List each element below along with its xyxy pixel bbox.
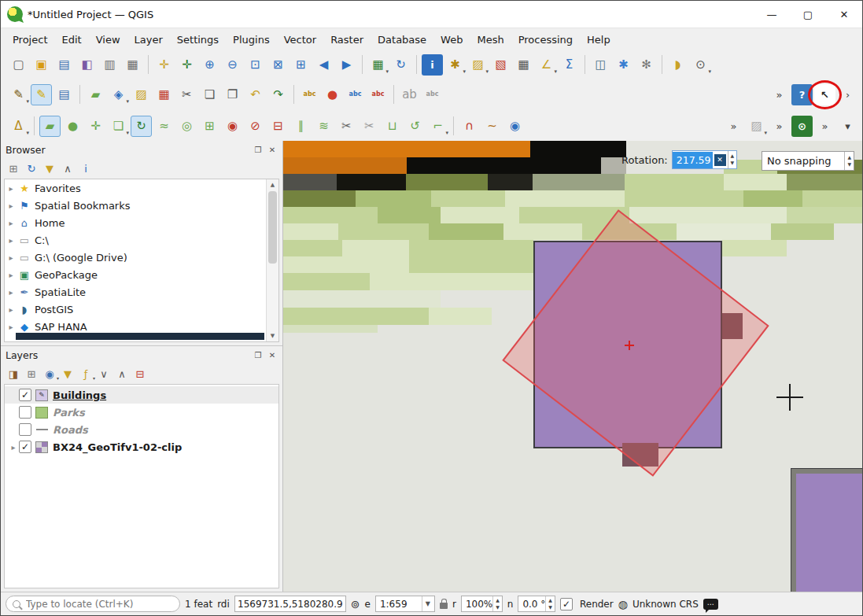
layer-diagram-button[interactable]: ● [322, 84, 343, 105]
add-ring-button[interactable]: ◎ [176, 116, 197, 137]
add-polygon-feature-button[interactable]: ▰ [85, 84, 106, 105]
move-label-button[interactable]: ab [399, 84, 420, 105]
copy-features-button[interactable]: ❏ [199, 84, 220, 105]
offset-curve-button[interactable]: ∥ [290, 116, 312, 137]
digitize-circle-button[interactable]: ● [62, 116, 83, 137]
zoom-out-button[interactable]: ⊖ [222, 54, 243, 76]
layer-labeling-button[interactable]: abc [299, 84, 320, 105]
menu-item-vector[interactable]: Vector [277, 30, 323, 50]
statistical-summary-button[interactable]: Σ [559, 54, 580, 76]
rotation-spinbox[interactable]: 0.0 ° ▲▼ [518, 596, 555, 612]
layer-item-roads[interactable]: Roads [5, 421, 278, 438]
paste-features-button[interactable]: ❐ [222, 84, 243, 105]
snapping-combo[interactable]: No snapping ▲▼ [762, 151, 854, 171]
open-layer-styling-button[interactable]: ◨ [6, 366, 21, 382]
deselect-features-button[interactable]: ▧ [490, 54, 511, 76]
open-project-button[interactable]: ▣ [31, 54, 52, 76]
change-label-button[interactable]: abc [422, 84, 443, 105]
collapse-all-layers-button[interactable]: ∧ [114, 366, 130, 382]
select-rectangle-button[interactable]: ▨▾ [467, 54, 489, 76]
refresh-browser-button[interactable]: ↻ [24, 160, 39, 176]
help-button[interactable]: ? [791, 84, 813, 105]
style-manager-button[interactable]: ◧ [76, 54, 98, 76]
pin-labels-button[interactable]: abc [345, 84, 366, 105]
remove-layer-button[interactable]: ⊟ [132, 366, 148, 382]
measure-button[interactable]: ∠▾ [536, 54, 557, 76]
snapping-spinner[interactable]: ▲▼ [844, 152, 854, 170]
rotation-input[interactable]: 217.59 ✕ ▲▼ [672, 150, 737, 169]
move-feature-button[interactable]: ✛ [85, 116, 106, 137]
zoom-next-button[interactable]: ▶ [336, 54, 357, 76]
browser-scrollbar[interactable]: ▲ ▼ [266, 179, 278, 341]
minimize-button[interactable]: — [754, 1, 790, 28]
menu-item-mesh[interactable]: Mesh [470, 30, 511, 50]
expand-arrow-icon[interactable]: ▸ [5, 201, 17, 210]
rotation-spinner[interactable]: ▲▼ [728, 151, 737, 168]
browser-item-geopackage[interactable]: ▸▣GeoPackage [5, 266, 278, 283]
expand-all-layers-button[interactable]: ∨ [96, 366, 112, 382]
magnifier-spinbox[interactable]: 100% ▲▼ [461, 596, 503, 612]
expand-arrow-icon[interactable]: ▸ [5, 323, 17, 331]
browser-item-favorites[interactable]: ▸★Favorites [5, 179, 278, 197]
current-edits-button[interactable]: ✎▾ [8, 84, 29, 105]
merge-features-button[interactable]: ⊔ [382, 116, 403, 137]
chevron-down-icon[interactable]: ▼ [422, 596, 430, 611]
save-project-button[interactable]: ▤ [53, 54, 75, 76]
magnifier-spinner[interactable]: ▲▼ [492, 596, 502, 611]
expand-arrow-icon[interactable]: ▸ [5, 236, 17, 245]
browser-item-spatial-bookmarks[interactable]: ▸⚑Spatial Bookmarks [5, 197, 278, 214]
rotation-value[interactable]: 217.59 [673, 152, 713, 168]
layer-visibility-checkbox[interactable]: ✓ [19, 441, 31, 453]
layer-item-buildings[interactable]: ✓✎Buildings [5, 386, 278, 404]
new-project-button[interactable]: ▢ [8, 54, 29, 76]
digitize-segment-button[interactable]: ▰ [39, 116, 61, 137]
menu-item-web[interactable]: Web [433, 30, 470, 50]
tracing-button[interactable]: ~ [481, 116, 503, 137]
manage-map-themes-button[interactable]: ◉▾ [42, 366, 57, 382]
zoom-last-button[interactable]: ◀ [313, 54, 334, 76]
filter-legend-button[interactable]: ▼ [60, 366, 76, 382]
cut-features-button[interactable]: ✂ [176, 84, 197, 105]
osm-search-button[interactable]: ⊙ [791, 116, 813, 137]
save-layer-edits-button[interactable]: ▤ [53, 84, 75, 105]
split-features-button[interactable]: ✂ [336, 116, 357, 137]
add-selected-layers-button[interactable]: ⊞ [6, 160, 21, 176]
expand-arrow-icon[interactable]: ▸ [5, 219, 17, 227]
map-tips-button[interactable]: ◗ [667, 54, 688, 76]
run-feature-action-button[interactable]: ✱▾ [444, 54, 466, 76]
trim-extend-button[interactable]: ⌐▾ [427, 116, 448, 137]
add-part-button[interactable]: ⊞ [199, 116, 220, 137]
split-parts-button[interactable]: ✂ [359, 116, 380, 137]
extents-toggle-icon[interactable]: ⊚ [351, 599, 360, 610]
layers-close-button[interactable]: ✕ [267, 349, 278, 360]
highlight-labels-button[interactable]: abc [367, 84, 389, 105]
crs-icon[interactable]: ◍ [618, 599, 628, 610]
more-tools-button[interactable]: › [837, 84, 858, 105]
browser-item-c[interactable]: ▸▭C:\ [5, 231, 278, 249]
close-button[interactable]: ✕ [826, 1, 862, 28]
expand-arrow-icon[interactable]: ▸ [8, 443, 19, 452]
expand-arrow-icon[interactable]: ▸ [5, 305, 17, 314]
layer-item-bx24-geotifv1-02-clip[interactable]: ▸✓BX24_GeoTifv1-02-clip [5, 438, 278, 456]
menu-item-edit[interactable]: Edit [54, 30, 88, 50]
snapping-button[interactable]: ∩ [459, 116, 480, 137]
simplify-feature-button[interactable]: ≈ [153, 116, 175, 137]
expand-arrow-icon[interactable]: ▸ [5, 271, 17, 279]
zoom-to-layer-button[interactable]: ⊞ [290, 54, 312, 76]
scroll-up-icon[interactable]: ▲ [267, 179, 278, 190]
rotate-feature-button[interactable]: ↻ [131, 116, 152, 137]
menu-item-plugins[interactable]: Plugins [226, 30, 277, 50]
scroll-down-icon[interactable]: ▼ [267, 330, 278, 341]
reshape-features-button[interactable]: ≋ [313, 116, 334, 137]
menu-item-raster[interactable]: Raster [323, 30, 371, 50]
overflow-1-button[interactable]: » [723, 116, 744, 137]
filter-browser-button[interactable]: ▼ [42, 160, 57, 176]
new-map-view-button[interactable]: ▦▾ [367, 54, 389, 76]
redo-button[interactable]: ↷ [267, 84, 289, 105]
layer-visibility-checkbox[interactable] [19, 423, 31, 436]
overflow-2-button[interactable]: » [769, 116, 790, 137]
zoom-full-button[interactable]: ⊡ [245, 54, 266, 76]
expand-arrow-icon[interactable]: ▸ [5, 253, 17, 262]
circled-tool-button[interactable]: ↖ [814, 84, 835, 105]
pan-to-selection-button[interactable]: ✛ [176, 54, 197, 76]
